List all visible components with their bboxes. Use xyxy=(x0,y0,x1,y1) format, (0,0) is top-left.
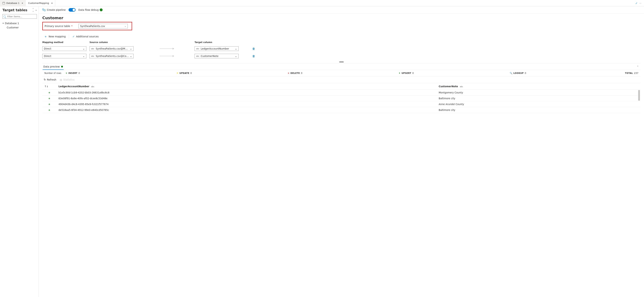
resize-handle[interactable] xyxy=(42,61,640,62)
col-mapping-method: Mapping method xyxy=(42,41,88,45)
main-panel: Create pipeline Data flow debug ✓ Custom… xyxy=(39,6,644,297)
dirty-indicator-icon xyxy=(22,3,23,4)
col-customer-note[interactable]: CustomerNote abc xyxy=(436,83,640,90)
collapse-panel-icon[interactable]: ⌃ xyxy=(637,66,639,68)
sidebar-header: Target tables ⌃⌄ « xyxy=(2,8,37,12)
preview-table: ↑↓ LedgerAccountNumber abc CustomerNote … xyxy=(42,83,640,113)
sort-column-header[interactable]: ↑↓ xyxy=(42,83,56,90)
additional-sources-label: Additional sources xyxy=(76,35,99,38)
filter-box xyxy=(2,14,37,19)
chevron-down-icon: ⌄ xyxy=(235,47,237,50)
chevron-down-icon: ⌄ xyxy=(83,55,85,58)
cell-ledger: b1e5c90d-1cb9-4202-bb03-26631a9bc6c8 xyxy=(56,90,436,96)
type-abc-icon: abc xyxy=(91,55,94,57)
row-insert-icon: + xyxy=(42,90,56,96)
type-abc-icon: abc xyxy=(196,55,199,57)
chevron-down-icon: ⌄ xyxy=(130,55,132,58)
tab-customer-mapping[interactable]: CustomerMapping xyxy=(26,0,55,6)
tree-label: Database 1 xyxy=(5,22,19,25)
delete-mapping-icon[interactable]: 🗑 xyxy=(252,47,255,50)
mapping-controls: ＋ New mapping ✓ Additional sources xyxy=(42,34,640,39)
row-insert-icon: + xyxy=(42,107,56,113)
chevron-down-icon: ⌄ xyxy=(235,55,237,58)
status-dot-icon xyxy=(61,66,63,68)
required-indicator: * xyxy=(71,25,72,28)
tree-label: Customer xyxy=(7,26,19,29)
debug-toggle[interactable] xyxy=(68,8,76,12)
table-row[interactable]: + b1e5c90d-1cb9-4202-bb03-26631a9bc6c8 M… xyxy=(42,90,640,96)
expand-collapse-icon[interactable]: ⌃⌄ xyxy=(32,8,34,12)
entity-title: Customer xyxy=(42,16,640,20)
mapping-method-select[interactable]: Direct ⌄ xyxy=(42,46,86,51)
cell-ledger: 63e08f91-8a9e-40fe-af02-dcee8c53d48e xyxy=(56,96,436,101)
create-pipeline-button[interactable]: Create pipeline xyxy=(42,8,66,11)
col-ledger-account-number[interactable]: LedgerAccountNumber abc xyxy=(56,83,436,90)
select-value: SyntheaPatients.csv xyxy=(80,25,105,28)
preview-toolbar: ↻ Refresh ▤ Statistics xyxy=(42,76,640,83)
chevron-down-icon: ⌄ xyxy=(130,47,132,50)
cell-note: Montgomery County xyxy=(436,90,640,96)
stat-upsert: ✦ UPSERT 0 xyxy=(399,72,510,74)
update-icon: ✳ xyxy=(176,72,178,74)
cell-note: Baltimore city xyxy=(436,96,640,101)
tree-item-database[interactable]: Database 1 xyxy=(2,21,37,26)
create-pipeline-label: Create pipeline xyxy=(47,8,66,11)
cell-note: Anne Arundel County xyxy=(436,101,640,107)
type-abc-icon: abc xyxy=(196,48,199,50)
table-row[interactable]: + de518aa5-6f34-4912-99e0-e640cd50765c B… xyxy=(42,107,640,113)
target-column-select[interactable]: abc LedgerAccountNumber ⌄ xyxy=(194,46,238,51)
delete-mapping-icon[interactable]: 🗑 xyxy=(252,54,255,58)
collapse-panel-icon[interactable]: « xyxy=(36,9,37,12)
table-row[interactable]: + 63e08f91-8a9e-40fe-af02-dcee8c53d48e B… xyxy=(42,96,640,101)
scrollbar[interactable] xyxy=(638,90,640,101)
rows-label: Number of rows xyxy=(44,72,66,74)
target-column-select[interactable]: abc CustomerNote ⌄ xyxy=(194,54,238,58)
type-abc-icon: abc xyxy=(91,48,94,50)
refresh-button[interactable]: ↻ Refresh xyxy=(44,78,56,81)
success-check-icon: ✓ xyxy=(100,8,102,11)
more-icon[interactable]: ·· xyxy=(640,2,642,4)
data-preview-tab[interactable]: Data preview xyxy=(43,64,64,70)
cell-ledger: de518aa5-6f34-4912-99e0-e640cd50765c xyxy=(56,107,436,113)
source-column-select[interactable]: abc SyntheaPatients.csv@County ⌄ xyxy=(90,54,134,58)
source-column-select[interactable]: abc SyntheaPatients.csv@Member id ⌄ xyxy=(90,46,134,51)
debug-label-text: Data flow debug xyxy=(78,8,99,11)
flow-arrow-icon xyxy=(160,48,174,49)
filter-input[interactable] xyxy=(2,14,37,19)
statistics-button: ▤ Statistics xyxy=(60,78,74,81)
toolbar: Create pipeline Data flow debug ✓ xyxy=(39,6,644,14)
primary-source-select[interactable]: SyntheaPatients.csv ⌄ xyxy=(78,24,128,28)
search-icon xyxy=(4,15,6,18)
new-mapping-label: New mapping xyxy=(49,35,66,38)
pipeline-icon xyxy=(42,9,46,11)
refresh-icon: ↻ xyxy=(44,78,46,81)
expand-icon[interactable]: ⤢ xyxy=(635,2,638,4)
tab-bar: Database 1 CustomerMapping ⤢ ·· xyxy=(0,0,644,6)
chevron-down-icon: ⌄ xyxy=(83,47,85,50)
col-target-column: Target column xyxy=(194,41,251,45)
mapping-method-select[interactable]: Direct ⌄ xyxy=(42,54,86,58)
delete-icon: × xyxy=(288,72,289,74)
flow-arrow-icon xyxy=(160,56,174,56)
mapping-grid: Mapping method Source column Target colu… xyxy=(42,41,640,60)
primary-source-row: Primary source table * SyntheaPatients.c… xyxy=(42,22,132,30)
chevron-down-icon: ⌄ xyxy=(124,25,126,27)
stat-update: ✳ UPDATE 0 xyxy=(176,72,288,74)
tab-database-1[interactable]: Database 1 xyxy=(0,0,26,6)
debug-status: Data flow debug ✓ xyxy=(78,8,102,11)
new-mapping-button[interactable]: ＋ New mapping xyxy=(42,34,69,39)
sidebar-title: Target tables xyxy=(2,8,27,12)
data-preview-panel: Data preview ⌃ Number of rows + INSERT 0 xyxy=(42,63,640,113)
upsert-icon: ✦ xyxy=(399,72,400,74)
tab-actions: ⤢ ·· xyxy=(635,2,644,4)
sidebar: Target tables ⌃⌄ « Database 1 Customer xyxy=(0,6,39,297)
stat-insert: + INSERT 0 xyxy=(66,72,176,74)
table-row[interactable]: + 4904d43b-d4c6-4395-85e9-fc021f577674 A… xyxy=(42,101,640,107)
stat-delete: × DELETE 0 xyxy=(288,72,398,74)
stats-bar: Number of rows + INSERT 0 ✳ UPDATE 0 × xyxy=(42,70,640,76)
tab-label: CustomerMapping xyxy=(28,2,49,4)
cell-ledger: 4904d43b-d4c6-4395-85e9-fc021f577674 xyxy=(56,101,436,107)
stat-total: TOTAL 237 xyxy=(621,72,638,74)
additional-sources-button[interactable]: ✓ Additional sources xyxy=(69,34,102,38)
tree-item-customer[interactable]: Customer xyxy=(7,26,37,30)
